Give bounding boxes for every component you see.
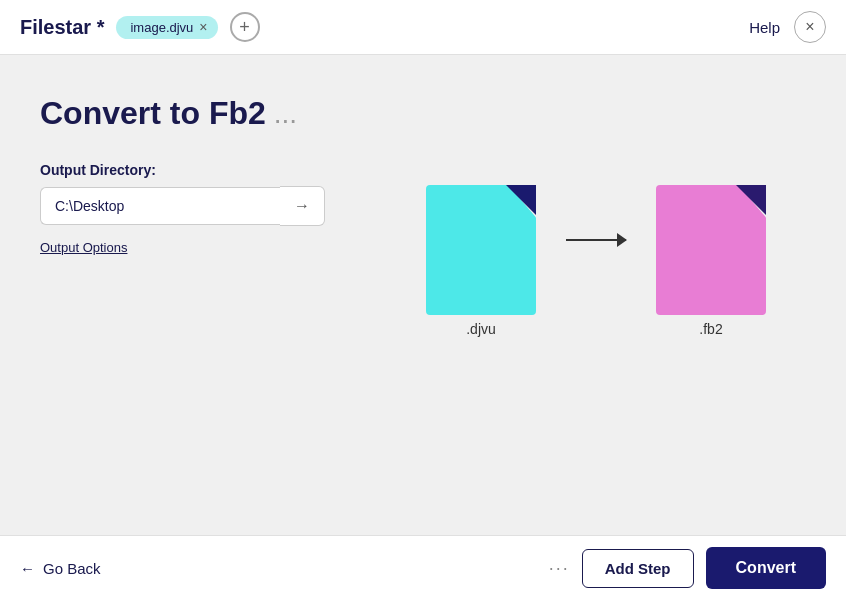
conversion-arrow bbox=[566, 239, 626, 261]
convert-button[interactable]: Convert bbox=[706, 547, 826, 589]
target-file-label: .fb2 bbox=[699, 321, 722, 337]
output-dir-input[interactable] bbox=[40, 187, 280, 225]
header-right: Help × bbox=[749, 11, 826, 43]
footer-right: ··· Add Step Convert bbox=[549, 547, 826, 589]
arrow-right-icon: → bbox=[294, 197, 310, 215]
output-options-link[interactable]: Output Options bbox=[40, 240, 127, 255]
more-options-button[interactable]: ··· bbox=[549, 558, 570, 579]
main-content: Convert to Fb2 ... Output Directory: → O… bbox=[0, 55, 846, 535]
go-back-button[interactable]: ← Go Back bbox=[20, 560, 101, 577]
file-tag-close-icon[interactable]: × bbox=[199, 20, 207, 34]
source-file-icon: .djvu bbox=[426, 185, 536, 315]
help-link[interactable]: Help bbox=[749, 19, 780, 36]
file-tag-label: image.djvu bbox=[130, 20, 193, 35]
page-title: Convert to Fb2 ... bbox=[40, 95, 806, 132]
file-tag: image.djvu × bbox=[116, 16, 217, 39]
close-icon: × bbox=[805, 18, 814, 36]
conversion-visual: .djvu .fb2 bbox=[426, 185, 766, 315]
footer: ← Go Back ··· Add Step Convert bbox=[0, 535, 846, 600]
djvu-file-body bbox=[426, 185, 536, 315]
source-file-label: .djvu bbox=[466, 321, 496, 337]
header: Filestar * image.djvu × + Help × bbox=[0, 0, 846, 55]
page-title-text: Convert to Fb2 bbox=[40, 95, 266, 132]
close-button[interactable]: × bbox=[794, 11, 826, 43]
go-back-label: Go Back bbox=[43, 560, 101, 577]
fb2-file-body bbox=[656, 185, 766, 315]
back-arrow-icon: ← bbox=[20, 560, 35, 577]
output-dir-browse-button[interactable]: → bbox=[280, 186, 325, 226]
output-dir-label: Output Directory: bbox=[40, 162, 806, 178]
add-file-button[interactable]: + bbox=[230, 12, 260, 42]
plus-icon: + bbox=[239, 17, 250, 38]
target-file-icon: .fb2 bbox=[656, 185, 766, 315]
header-left: Filestar * image.djvu × + bbox=[20, 12, 260, 42]
add-step-button[interactable]: Add Step bbox=[582, 549, 694, 588]
target-file-shape bbox=[656, 185, 766, 315]
arrow-line-icon bbox=[566, 239, 626, 241]
source-file-shape bbox=[426, 185, 536, 315]
page-title-dots: ... bbox=[274, 98, 297, 130]
app-title: Filestar * bbox=[20, 16, 104, 39]
